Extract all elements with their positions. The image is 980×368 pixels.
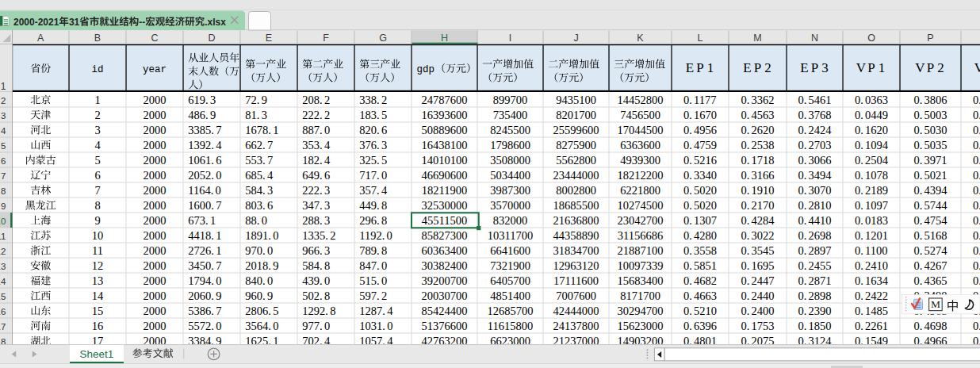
svg-text:7007600: 7007600 <box>556 289 596 302</box>
svg-text:0.1620: 0.1620 <box>855 124 888 136</box>
svg-text:2000: 2000 <box>144 109 167 121</box>
svg-text:0.2897: 0.2897 <box>798 244 831 257</box>
svg-text:11: 11 <box>92 244 103 257</box>
svg-text:1: 1 <box>1 81 6 92</box>
svg-text:1164.0: 1164.0 <box>188 184 221 197</box>
svg-text:2000: 2000 <box>144 274 167 287</box>
svg-text:1: 1 <box>707 60 714 75</box>
svg-text:820.6: 820.6 <box>359 124 387 136</box>
svg-text:0.2455: 0.2455 <box>798 259 831 272</box>
svg-text:1192.0: 1192.0 <box>359 229 392 242</box>
svg-text:2726.1: 2726.1 <box>188 244 221 257</box>
svg-text:899700: 899700 <box>493 94 528 106</box>
svg-text:0.2410: 0.2410 <box>855 259 888 272</box>
svg-text:K: K <box>637 33 644 44</box>
svg-text:2: 2 <box>1 96 6 105</box>
svg-text:7321900: 7321900 <box>490 259 530 272</box>
svg-text:3385.7: 3385.7 <box>188 124 221 136</box>
svg-text:10: 10 <box>92 229 104 242</box>
svg-text:2000: 2000 <box>144 169 167 182</box>
svg-text:10311700: 10311700 <box>488 229 533 242</box>
svg-text:F: F <box>323 33 329 44</box>
svg-text:1891.0: 1891.0 <box>245 229 278 242</box>
svg-text:376.3: 376.3 <box>359 139 387 151</box>
svg-text:0.4682: 0.4682 <box>683 274 717 287</box>
svg-text:1031.0: 1031.0 <box>359 320 392 332</box>
svg-text:0.4394: 0.4394 <box>913 184 947 197</box>
svg-text:32530000: 32530000 <box>422 199 468 212</box>
svg-text:15623000: 15623000 <box>618 320 664 332</box>
svg-text:6405700: 6405700 <box>490 274 530 287</box>
svg-text:0.2703: 0.2703 <box>798 139 831 151</box>
svg-text:0.5274: 0.5274 <box>913 244 947 257</box>
svg-text:14: 14 <box>0 277 6 286</box>
svg-text:0.3768: 0.3768 <box>798 109 831 121</box>
svg-text:0.2261: 0.2261 <box>855 320 888 332</box>
svg-text:0.5021: 0.5021 <box>913 169 947 182</box>
svg-text:3: 3 <box>94 124 100 136</box>
svg-text:0.1695: 0.1695 <box>741 259 774 272</box>
svg-text:0.1100: 0.1100 <box>855 244 888 257</box>
svg-text:2000: 2000 <box>144 154 167 167</box>
svg-text:5: 5 <box>94 154 100 167</box>
svg-text:10: 10 <box>0 217 6 226</box>
svg-text:0.4001: 0.4001 <box>973 274 980 287</box>
svg-text:O: O <box>867 33 875 44</box>
svg-text:8: 8 <box>1 186 6 196</box>
svg-text:A: A <box>37 33 44 44</box>
svg-text:16: 16 <box>0 307 6 316</box>
svg-text:13: 13 <box>92 274 104 287</box>
svg-text:0.2447: 0.2447 <box>741 274 774 287</box>
svg-text:8: 8 <box>94 199 100 212</box>
svg-text:662.7: 662.7 <box>245 139 273 151</box>
svg-text:789.8: 789.8 <box>359 244 387 257</box>
svg-text:0.4563: 0.4563 <box>741 109 774 121</box>
svg-text:2000: 2000 <box>144 259 167 272</box>
svg-text:23444000: 23444000 <box>553 169 599 182</box>
svg-text:7456500: 7456500 <box>620 109 660 121</box>
svg-text:I: I <box>509 33 511 44</box>
svg-text:0.2424: 0.2424 <box>798 124 832 136</box>
svg-text:0.2871: 0.2871 <box>798 274 831 287</box>
svg-text:M: M <box>753 33 761 44</box>
svg-text:9: 9 <box>1 201 6 211</box>
svg-text:649.6: 649.6 <box>302 169 330 182</box>
svg-text:970.0: 970.0 <box>245 244 273 257</box>
svg-text:16: 16 <box>92 320 104 332</box>
svg-text:1292.8: 1292.8 <box>302 305 335 317</box>
svg-text:0.2189: 0.2189 <box>855 184 888 197</box>
svg-text:21887100: 21887100 <box>618 244 664 257</box>
svg-text:72.9: 72.9 <box>245 94 267 106</box>
svg-text:P: P <box>927 60 934 75</box>
svg-text:0.2898: 0.2898 <box>798 289 831 302</box>
svg-text:6: 6 <box>1 156 6 166</box>
svg-text:288.3: 288.3 <box>302 214 330 227</box>
svg-text:1335.2: 1335.2 <box>302 229 335 242</box>
svg-text:0.3158: 0.3158 <box>973 199 980 212</box>
svg-text:0.3416: 0.3416 <box>973 184 980 197</box>
svg-text:717.0: 717.0 <box>359 169 387 182</box>
svg-text:0.5035: 0.5035 <box>913 139 947 151</box>
svg-text:0.4410: 0.4410 <box>798 214 831 227</box>
svg-text:0.1201: 0.1201 <box>855 229 888 242</box>
svg-text:1: 1 <box>879 60 886 75</box>
svg-text:44358890: 44358890 <box>553 229 599 242</box>
svg-text:10097339: 10097339 <box>618 259 664 272</box>
svg-text:1392.4: 1392.4 <box>188 139 222 151</box>
svg-text:23042700: 23042700 <box>618 214 664 227</box>
svg-text:2000-2021: 2000-2021 <box>13 17 59 28</box>
svg-text:12: 12 <box>92 259 104 272</box>
svg-text:18212200: 18212200 <box>618 169 664 182</box>
svg-text:5562800: 5562800 <box>556 154 596 167</box>
svg-text:30294700: 30294700 <box>618 305 664 317</box>
svg-text:V: V <box>856 60 867 75</box>
svg-text:1061.6: 1061.6 <box>188 154 221 167</box>
svg-text:0.3558: 0.3558 <box>683 244 717 257</box>
svg-text:5034400: 5034400 <box>490 169 530 182</box>
svg-text:977.0: 977.0 <box>302 320 330 332</box>
svg-text:2060.9: 2060.9 <box>188 289 221 302</box>
svg-text:2000: 2000 <box>144 244 167 257</box>
svg-text:42444000: 42444000 <box>553 305 599 317</box>
svg-text:J: J <box>573 33 578 44</box>
svg-text:803.6: 803.6 <box>245 199 273 212</box>
